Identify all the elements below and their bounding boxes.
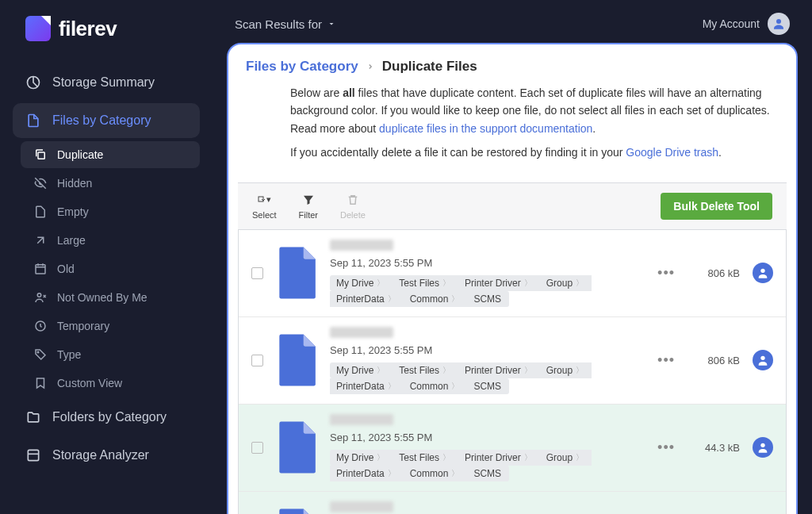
path-segment[interactable]: SCMS bbox=[467, 466, 509, 481]
sub-old[interactable]: Old bbox=[21, 255, 200, 282]
path-segment[interactable]: Printer Driver〉 bbox=[458, 275, 540, 291]
chevron-right-icon: 〉 bbox=[524, 278, 532, 289]
expand-icon bbox=[33, 233, 48, 247]
path-segment[interactable]: Group〉 bbox=[540, 275, 592, 291]
file-checkbox[interactable] bbox=[251, 355, 263, 366]
path-segment[interactable]: PrinterData〉 bbox=[330, 466, 404, 481]
path-segment[interactable]: Group〉 bbox=[540, 450, 592, 466]
file-size: 44.3 kB bbox=[692, 442, 740, 454]
file-checkbox[interactable] bbox=[251, 267, 263, 279]
chevron-right-icon: 〉 bbox=[442, 365, 450, 376]
sub-label: Empty bbox=[57, 205, 89, 218]
content-panel: Files by Category Duplicate Files Below … bbox=[227, 43, 798, 514]
chevron-right-icon: 〉 bbox=[377, 452, 385, 463]
file-row[interactable]: Sep 11, 2023 5:55 PMMy Drive〉Test Files〉… bbox=[239, 230, 786, 317]
path-segment[interactable]: My Drive〉 bbox=[330, 450, 393, 466]
filter-tool[interactable]: Filter bbox=[299, 193, 318, 220]
trash-link[interactable]: Google Drive trash bbox=[626, 146, 718, 159]
owner-avatar-icon[interactable] bbox=[753, 350, 773, 370]
sub-label: Old bbox=[57, 263, 75, 275]
chevron-right-icon: 〉 bbox=[377, 278, 385, 289]
scan-results-dropdown[interactable]: Scan Results for bbox=[235, 17, 336, 31]
svg-rect-2 bbox=[36, 265, 45, 274]
file-row[interactable]: Sep 11, 2023 5:55 PMMy Drive〉Test Files〉… bbox=[239, 317, 786, 405]
filter-icon bbox=[301, 193, 316, 207]
path-segment[interactable]: Group〉 bbox=[540, 362, 592, 378]
user-x-icon bbox=[33, 290, 48, 305]
sub-temporary[interactable]: Temporary bbox=[21, 313, 200, 339]
sub-duplicate[interactable]: Duplicate bbox=[21, 141, 200, 168]
more-icon[interactable]: ••• bbox=[653, 352, 680, 369]
path-segment[interactable]: My Drive〉 bbox=[330, 275, 393, 291]
path-segment[interactable]: Test Files〉 bbox=[393, 275, 458, 291]
delete-tool[interactable]: Delete bbox=[340, 193, 366, 220]
chevron-right-icon: 〉 bbox=[524, 452, 532, 463]
more-icon[interactable]: ••• bbox=[653, 439, 680, 456]
path-segment[interactable]: Printer Driver〉 bbox=[458, 450, 540, 466]
nav-folders-by-category[interactable]: Folders by Category bbox=[13, 400, 200, 435]
file-list: Sep 11, 2023 5:55 PMMy Drive〉Test Files〉… bbox=[238, 230, 787, 514]
path-segment[interactable]: Common〉 bbox=[404, 466, 468, 481]
avatar-icon bbox=[768, 13, 790, 35]
select-tool[interactable]: ▾ Select bbox=[252, 193, 277, 220]
analyzer-icon bbox=[25, 447, 41, 463]
path-segment[interactable]: SCMS bbox=[467, 378, 509, 394]
chevron-right-icon: 〉 bbox=[451, 381, 459, 392]
file-name bbox=[330, 327, 393, 338]
nav-storage-analyzer[interactable]: Storage Analyzer bbox=[13, 438, 200, 473]
chevron-right-icon: 〉 bbox=[576, 278, 584, 289]
folder-icon bbox=[25, 409, 41, 425]
bulk-delete-button[interactable]: Bulk Delete Tool bbox=[661, 193, 772, 220]
intro-text: Below are all files that have duplicate … bbox=[228, 84, 796, 182]
nav-label: Folders by Category bbox=[52, 410, 167, 424]
sub-hidden[interactable]: Hidden bbox=[21, 170, 200, 197]
path-segment[interactable]: Printer Driver〉 bbox=[458, 362, 540, 378]
sub-not-owned[interactable]: Not Owned By Me bbox=[21, 284, 200, 311]
breadcrumb-parent[interactable]: Files by Category bbox=[246, 59, 358, 75]
logo[interactable]: filerev bbox=[13, 16, 200, 41]
sub-label: Temporary bbox=[57, 320, 109, 332]
file-row[interactable]: Sep 11, 2023 5:55 PMMy Drive〉Test Files〉… bbox=[239, 405, 786, 492]
path-segment[interactable]: PrinterData〉 bbox=[330, 378, 404, 394]
path-segment[interactable]: PrinterData〉 bbox=[330, 291, 404, 307]
path-segment[interactable]: My Drive〉 bbox=[330, 362, 393, 378]
sub-empty[interactable]: Empty bbox=[21, 198, 200, 225]
path-segment[interactable]: Common〉 bbox=[404, 291, 468, 307]
account-menu[interactable]: My Account bbox=[703, 13, 790, 35]
file-icon bbox=[25, 113, 41, 128]
path-segment[interactable]: SCMS bbox=[467, 291, 509, 307]
sub-type[interactable]: Type bbox=[21, 341, 200, 368]
chevron-right-icon: 〉 bbox=[442, 278, 450, 289]
owner-avatar-icon[interactable] bbox=[753, 263, 773, 283]
nav-storage-summary[interactable]: Storage Summary bbox=[13, 65, 200, 100]
more-icon[interactable]: ••• bbox=[653, 265, 680, 282]
file-size: 806 kB bbox=[692, 355, 740, 366]
path-segment[interactable]: Common〉 bbox=[404, 378, 468, 394]
file-path: My Drive〉Test Files〉Printer Driver〉Group… bbox=[330, 450, 640, 481]
breadcrumb-current: Duplicate Files bbox=[382, 59, 477, 75]
file-date: Sep 11, 2023 5:55 PM bbox=[330, 432, 640, 443]
file-row[interactable]: Sep 11, 2023 5:55 PMMy Drive〉Test Files〉… bbox=[239, 492, 786, 514]
toolbar: ▾ Select Filter Delete Bulk Delete Tool bbox=[238, 182, 787, 230]
file-name bbox=[330, 414, 393, 425]
nav-files-by-category[interactable]: Files by Category bbox=[13, 103, 200, 138]
docs-link[interactable]: duplicate files in the support documenta… bbox=[379, 122, 592, 135]
path-segment[interactable]: Test Files〉 bbox=[393, 362, 458, 378]
eye-off-icon bbox=[33, 176, 48, 190]
file-name bbox=[330, 240, 393, 251]
sub-label: Custom View bbox=[57, 377, 122, 389]
chevron-right-icon: 〉 bbox=[388, 381, 396, 392]
nav-label: Files by Category bbox=[52, 113, 151, 128]
file-checkbox[interactable] bbox=[251, 442, 263, 454]
sub-custom-view[interactable]: Custom View bbox=[21, 370, 200, 397]
owner-avatar-icon[interactable] bbox=[753, 437, 773, 458]
chevron-right-icon: 〉 bbox=[388, 293, 396, 305]
document-icon bbox=[276, 246, 317, 300]
chevron-right-icon: 〉 bbox=[524, 365, 532, 376]
file-size: 806 kB bbox=[692, 267, 740, 279]
nav-label: Storage Analyzer bbox=[52, 448, 149, 462]
path-segment[interactable]: Test Files〉 bbox=[393, 450, 458, 466]
sub-large[interactable]: Large bbox=[21, 227, 200, 254]
logo-text: filerev bbox=[59, 17, 117, 41]
chevron-right-icon: 〉 bbox=[442, 452, 450, 463]
